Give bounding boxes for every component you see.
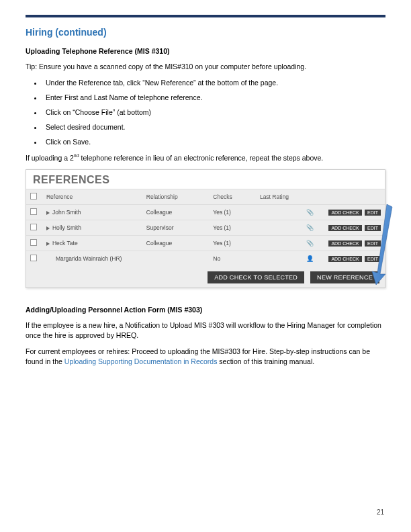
paperclip-icon: 📎 [306,209,314,216]
table-row: Margarida Wainraich (HR) No 👤 ADD CHECK … [26,251,385,266]
edit-button[interactable]: EDIT [365,256,381,262]
reference-checks: No [209,251,256,266]
reference-checks: Yes (1) [209,204,256,220]
reference-name: Holly Smith [52,224,81,231]
reference-checks: Yes (1) [209,235,256,251]
reference-relationship: Colleague [142,235,209,251]
add-check-button[interactable]: ADD CHECK [328,256,361,262]
add-check-to-selected-button[interactable]: ADD CHECK TO SELECTED [208,271,304,283]
reference-name: John Smith [52,209,81,216]
add-check-button[interactable]: ADD CHECK [328,240,361,247]
new-reference-button[interactable]: NEW REFERENCE [310,271,379,283]
references-panel-title: REFERENCES [26,170,385,189]
checkbox-icon[interactable] [30,239,37,246]
table-row: John Smith Colleague Yes (1) 📎 ADD CHECK… [26,204,385,220]
list-item: Enter First and Last Name of telephone r… [43,93,385,101]
list-item: Click on Save. [43,138,385,146]
checkbox-icon[interactable] [30,255,37,261]
note-superscript: nd [74,153,79,158]
table-row: Heck Tate Colleague Yes (1) 📎 ADD CHECK … [26,235,385,251]
page-title: Hiring (continued) [26,27,385,38]
reference-name: Margarida Wainraich (HR) [56,255,122,262]
note-text-prefix: If uploading a 2 [26,153,74,161]
edit-button[interactable]: EDIT [365,240,381,247]
expand-icon[interactable] [46,242,50,246]
table-header-row: Reference Relationship Checks Last Ratin… [26,189,385,204]
reference-relationship: Colleague [142,204,209,220]
paragraph-current-employees: For current employees or rehires: Procee… [26,347,385,366]
page-number: 21 [377,508,384,516]
section-heading-personnel-action-form: Adding/Uploading Personnel Action Form (… [26,306,385,314]
paperclip-icon: 📎 [306,224,314,231]
list-item: Click on “Choose File” (at bottom) [43,108,385,116]
steps-list: Under the Reference tab, click “New Refe… [43,79,385,146]
references-table: Reference Relationship Checks Last Ratin… [26,189,385,266]
tip-paragraph: Tip: Ensure you have a scanned copy of t… [26,62,385,72]
col-header-last-rating: Last Rating [256,189,303,204]
references-footer-buttons: ADD CHECK TO SELECTED NEW REFERENCE [26,266,385,283]
reference-relationship: Supervisor [142,220,209,235]
person-icon: 👤 [306,255,314,262]
col-header-relationship: Relationship [142,189,209,204]
list-item: Under the Reference tab, click “New Refe… [43,79,385,87]
reference-checks: Yes (1) [209,220,256,235]
expand-icon[interactable] [46,211,50,215]
col-header-reference: Reference [42,189,142,204]
add-check-button[interactable]: ADD CHECK [328,225,361,231]
uploading-supporting-docs-link[interactable]: Uploading Supporting Documentation in Re… [64,357,218,365]
edit-button[interactable]: EDIT [365,210,381,216]
table-row: Holly Smith Supervisor Yes (1) 📎 ADD CHE… [26,220,385,235]
section-heading-upload-telephone: Uploading Telephone Reference (MIS #310) [26,47,385,55]
checkbox-icon[interactable] [30,208,37,215]
paperclip-icon: 📎 [306,240,314,247]
para-text-suffix: section of this training manual. [217,357,314,365]
add-check-button[interactable]: ADD CHECK [328,210,361,216]
paragraph-new-hire: If the employee is a new hire, a Notific… [26,320,385,340]
list-item: Select desired document. [43,123,385,131]
checkbox-icon[interactable] [30,193,37,200]
reference-relationship [142,251,209,266]
expand-icon[interactable] [46,226,50,230]
col-header-checks: Checks [209,189,256,204]
note-paragraph: If uploading a 2nd telephone reference i… [26,152,385,163]
note-text-suffix: telephone reference in lieu of an electr… [79,153,324,161]
edit-button[interactable]: EDIT [365,225,381,231]
references-screenshot: REFERENCES Reference Relationship Checks… [26,169,385,288]
reference-name: Heck Tate [52,240,78,247]
page-top-rule [26,15,385,17]
checkbox-icon[interactable] [30,224,37,230]
